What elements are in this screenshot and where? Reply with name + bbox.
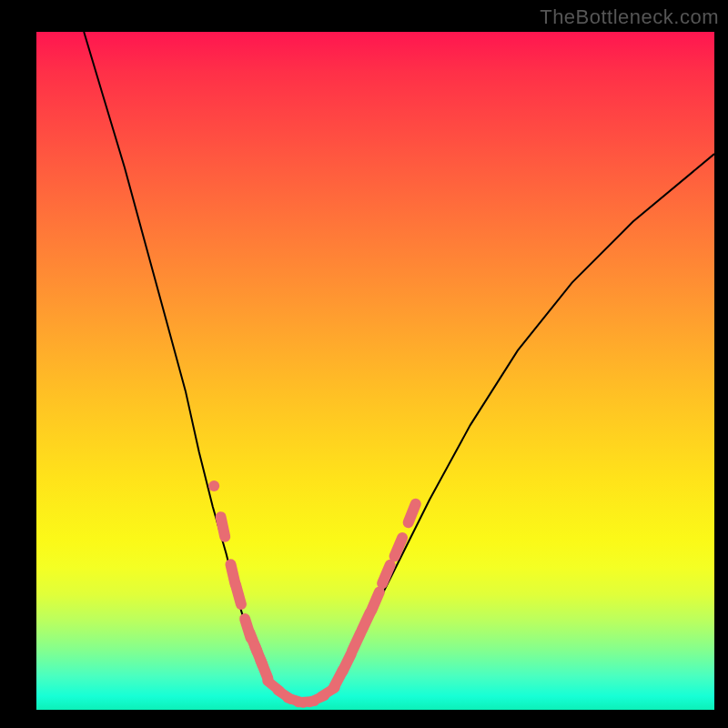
plot-area bbox=[36, 32, 714, 710]
curve-ticks bbox=[208, 480, 416, 703]
tick-dot bbox=[208, 480, 219, 491]
curve-right bbox=[331, 154, 714, 690]
tick-mark bbox=[236, 585, 241, 604]
chart-container: TheBottleneck.com bbox=[0, 0, 728, 728]
watermark-text: TheBottleneck.com bbox=[540, 5, 719, 29]
tick-mark bbox=[395, 538, 403, 556]
tick-mark bbox=[409, 504, 416, 522]
tick-mark bbox=[260, 660, 268, 678]
tick-mark bbox=[221, 517, 226, 537]
tick-mark bbox=[352, 633, 360, 652]
tick-mark bbox=[342, 653, 351, 672]
tick-mark bbox=[382, 565, 390, 583]
curve-overlay bbox=[36, 32, 714, 710]
tick-mark bbox=[371, 592, 379, 611]
